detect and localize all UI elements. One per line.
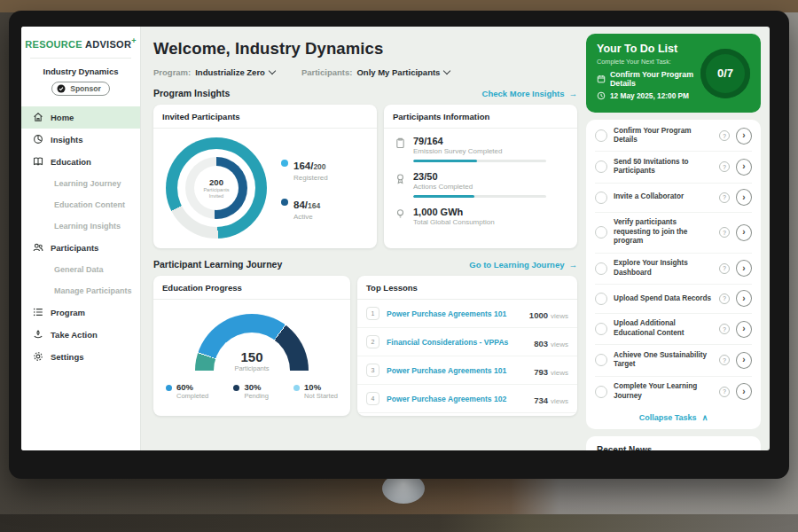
- lesson-row-5: 5 Power Purchase Agreements 103 600views: [357, 413, 577, 416]
- info-icon[interactable]: ?: [719, 161, 730, 172]
- lesson-link[interactable]: Power Purchase Agreements 101: [387, 366, 527, 375]
- monitor-bezel: RESOURCE ADVISOR+ Industry Dynamics Spon…: [9, 11, 789, 479]
- go-to-learning-journey-link[interactable]: Go to Learning Journey →: [469, 260, 577, 270]
- info-icon[interactable]: ?: [719, 355, 730, 365]
- actions-progress-track: [413, 195, 546, 198]
- sidebar-item-insights[interactable]: Insights: [21, 129, 140, 151]
- filter-bar: Program: Industrialize Zero Participants…: [153, 67, 577, 77]
- sidebar-item-take-action[interactable]: Take Action: [21, 324, 140, 346]
- todo-progress-badge: 0/7: [700, 49, 750, 98]
- task-row: Invite a Collaborator ? ›: [595, 184, 752, 213]
- program-dropdown[interactable]: Program: Industrialize Zero: [153, 67, 275, 77]
- sponsor-label: Sponsor: [70, 84, 100, 93]
- sidebar-item-education[interactable]: Education: [21, 151, 140, 173]
- education-gauge-chart: 150 Participants: [185, 314, 318, 372]
- task-checkbox[interactable]: [595, 192, 607, 204]
- task-chevron-button[interactable]: ›: [736, 189, 752, 206]
- sponsor-badge[interactable]: Sponsor: [51, 82, 109, 96]
- sidebar-item-learning-journey[interactable]: Learning Journey: [21, 173, 140, 194]
- task-checkbox[interactable]: [595, 386, 607, 398]
- legend-pending: 30%Pending: [233, 383, 269, 400]
- info-icon[interactable]: ?: [719, 130, 730, 141]
- participants-dropdown[interactable]: Participants: Only My Participants: [301, 67, 450, 77]
- task-checkbox[interactable]: [595, 129, 607, 142]
- info-icon[interactable]: ?: [719, 192, 730, 203]
- lesson-link[interactable]: Power Purchase Agreements 102: [387, 395, 527, 403]
- arrow-right-icon: →: [569, 89, 578, 98]
- check-more-insights-link[interactable]: Check More Insights →: [482, 89, 577, 98]
- calendar-icon: [597, 74, 606, 83]
- sidebar-item-label: Participants: [51, 243, 98, 253]
- task-checkbox[interactable]: [595, 293, 607, 305]
- lesson-link[interactable]: Power Purchase Agreements 101: [387, 309, 522, 318]
- lesson-row-2: 2 Financial Considerations - VPPAs 803vi…: [357, 328, 577, 356]
- lesson-link[interactable]: Financial Considerations - VPPAs: [387, 338, 527, 347]
- sidebar-item-manage-participants[interactable]: Manage Participants: [21, 280, 140, 301]
- sidebar-item-participants[interactable]: Participants: [21, 237, 140, 259]
- gauge-center-value: 150: [185, 350, 318, 364]
- task-row: Upload Additional Educational Content ? …: [595, 314, 752, 345]
- sidebar-item-general-data[interactable]: General Data: [21, 259, 140, 280]
- main-content: Welcome, Industry Dynamics Program: Indu…: [141, 27, 584, 450]
- next-task-time: 12 May 2025, 12:00 PM: [597, 91, 700, 100]
- task-row: Complete Your Learning Journey ? ›: [595, 377, 752, 407]
- sidebar-nav: Home Insights Education Learning Journey…: [21, 106, 140, 368]
- task-chevron-button[interactable]: ›: [736, 224, 752, 241]
- sidebar-item-home[interactable]: Home: [21, 106, 140, 129]
- task-chevron-button[interactable]: ›: [736, 352, 752, 369]
- sidebar-item-settings[interactable]: Settings: [21, 346, 140, 368]
- program-value: Industrialize Zero: [195, 67, 265, 77]
- desk-shadow: [0, 514, 798, 532]
- sidebar-item-program[interactable]: Program: [21, 301, 140, 324]
- task-chevron-button[interactable]: ›: [736, 383, 752, 400]
- info-icon[interactable]: ?: [719, 324, 730, 334]
- task-row: Upload Spend Data Records ? ›: [595, 285, 752, 314]
- donut-center-value: 200: [209, 177, 223, 187]
- completed-dot: [166, 385, 172, 391]
- next-task-line: Confirm Your Program Details: [597, 70, 700, 88]
- collapse-tasks-link[interactable]: Collapse Tasks ∧: [595, 407, 752, 427]
- task-checkbox[interactable]: [595, 262, 607, 275]
- legend-active: 84/164 Active: [281, 196, 328, 221]
- gauge-center-label: Participants: [185, 364, 318, 372]
- info-icon[interactable]: ?: [719, 387, 730, 397]
- survey-progress-track: [413, 160, 546, 162]
- chevron-up-icon: ∧: [702, 413, 708, 422]
- invited-participants-card: Invited Participants 200 Participants In…: [153, 105, 377, 248]
- task-checkbox[interactable]: [595, 160, 607, 173]
- task-row: Send 50 Invitations to Participants ? ›: [595, 152, 752, 183]
- actions-completed-row: 23/50 Actions Completed: [384, 164, 577, 200]
- task-chevron-button[interactable]: ›: [736, 260, 752, 277]
- task-checkbox[interactable]: [595, 354, 607, 366]
- info-icon[interactable]: ?: [719, 227, 730, 238]
- todo-panel: Your To Do List Complete Your Next Task:…: [584, 27, 770, 450]
- todo-title: Your To Do List: [597, 43, 700, 55]
- task-list-card: Confirm Your Program Details ? › Send 50…: [586, 120, 761, 429]
- sidebar-item-label: Settings: [51, 352, 83, 362]
- card-title: Participants Information: [384, 105, 577, 129]
- task-chevron-button[interactable]: ›: [736, 128, 752, 145]
- todo-header-card: Your To Do List Complete Your Next Task:…: [586, 34, 761, 113]
- task-checkbox[interactable]: [595, 323, 607, 335]
- info-icon[interactable]: ?: [719, 263, 730, 274]
- active-dot: [281, 199, 288, 206]
- program-label: Program:: [153, 67, 191, 77]
- task-row: Achieve One Sustainability Target ? ›: [595, 345, 752, 376]
- sidebar-item-learning-insights[interactable]: Learning Insights: [21, 215, 140, 237]
- survey-progress-fill: [413, 160, 477, 162]
- legend-completed: 60%Completed: [166, 383, 208, 400]
- donut-center-label: Participants Invited: [199, 187, 234, 200]
- info-icon[interactable]: ?: [719, 293, 730, 304]
- recent-news-card: Recent News: [586, 436, 761, 450]
- insights-icon: [33, 134, 43, 145]
- task-checkbox[interactable]: [595, 226, 607, 239]
- consumption-row: 1,000 GWh Total Global Consumption: [384, 200, 577, 228]
- task-chevron-button[interactable]: ›: [736, 321, 752, 338]
- lesson-row-1: 1 Power Purchase Agreements 101 1000view…: [357, 300, 577, 328]
- task-row: Verify participants requesting to join t…: [595, 213, 752, 254]
- sidebar-item-education-content[interactable]: Education Content: [21, 194, 140, 215]
- task-chevron-button[interactable]: ›: [736, 290, 752, 307]
- logo-advisor: ADVISOR: [85, 39, 131, 50]
- task-chevron-button[interactable]: ›: [736, 159, 752, 176]
- card-title: Education Progress: [153, 276, 350, 300]
